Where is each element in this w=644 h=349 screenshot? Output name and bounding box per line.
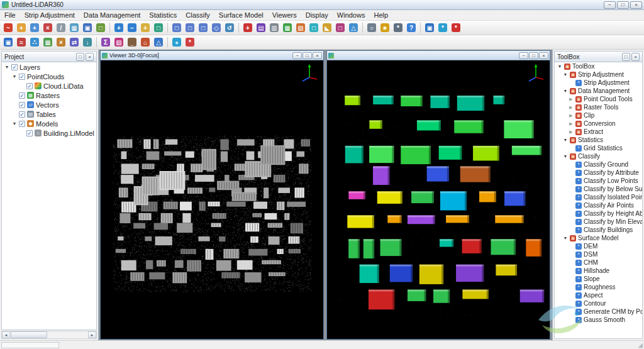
toolbox-item-slope[interactable]: *Slope: [555, 275, 642, 283]
checkbox-checked-icon[interactable]: ✓: [26, 83, 33, 89]
toolbox-item-classify-low-points[interactable]: *Classify Low Points: [555, 177, 642, 185]
expander-closed-icon[interactable]: ▶: [569, 105, 574, 110]
viewer-2-restore-button[interactable]: □: [529, 52, 538, 59]
menu-item-statistics[interactable]: Statistics: [145, 10, 181, 21]
zoom-extent-icon[interactable]: □: [152, 21, 165, 34]
project-item-cloud-lidata[interactable]: ✓∴Cloud.LiData: [2, 81, 96, 91]
convert-icon[interactable]: ⇄: [68, 36, 80, 48]
toolbox-item-toolbox[interactable]: ▼▣ToolBox: [555, 62, 642, 70]
toolbox-item-roughness[interactable]: *Roughness: [555, 283, 642, 291]
menu-item-viewers[interactable]: Viewers: [268, 10, 301, 21]
project-panel-header[interactable]: Project □ ×: [1, 51, 97, 62]
toolbox-item-surface-model[interactable]: ▼▣Surface Model: [555, 234, 642, 242]
expander-open-icon[interactable]: ▼: [12, 121, 17, 126]
profile-plot-icon[interactable]: ~: [2, 21, 14, 34]
checkbox-checked-icon[interactable]: ✓: [19, 121, 25, 127]
add-layer-icon[interactable]: +: [28, 21, 41, 34]
scroll-right-arrow-icon[interactable]: ►: [88, 331, 96, 338]
grid-icon[interactable]: ▦: [68, 21, 80, 34]
extract-icon[interactable]: ↓: [81, 36, 94, 48]
viewer-1-restore-button[interactable]: □: [303, 52, 312, 59]
toolbox-item-contour[interactable]: *Contour: [555, 299, 642, 307]
strip-adjust-icon[interactable]: ≈: [15, 36, 28, 48]
project-item-layers[interactable]: ▼✓Layers: [2, 62, 96, 72]
expander-open-icon[interactable]: ▼: [12, 74, 17, 79]
viewer-2-minimize-button[interactable]: −: [519, 52, 528, 59]
menu-item-surface-model[interactable]: Surface Model: [214, 10, 268, 21]
project-close-button[interactable]: ×: [86, 53, 94, 61]
menu-item-help[interactable]: Help: [369, 10, 392, 21]
surface-model-icon[interactable]: △: [152, 36, 165, 48]
color-by-rgb-icon[interactable]: ▧: [294, 21, 307, 34]
project-item-building-limodel[interactable]: ✓⌂Building.LiModel: [2, 128, 96, 138]
viewer-3d-canvas-2[interactable]: [327, 60, 550, 339]
menu-item-classify[interactable]: Classify: [181, 10, 214, 21]
toolbox-item-classify-by-attribute[interactable]: *Classify by Attribute: [555, 169, 642, 177]
scrollbar-thumb[interactable]: [11, 331, 47, 338]
menu-item-file[interactable]: File: [0, 10, 20, 21]
view-top-icon[interactable]: □: [170, 21, 183, 34]
menu-item-data-management[interactable]: Data Management: [79, 10, 145, 21]
project-float-button[interactable]: □: [76, 53, 84, 61]
viewer-1-close-button[interactable]: ×: [313, 52, 322, 59]
minimize-button[interactable]: −: [604, 1, 616, 9]
triangle-tool-icon[interactable]: ◣: [321, 21, 333, 34]
search-icon[interactable]: ○: [365, 21, 378, 34]
toolbox-panel-header[interactable]: ToolBox □ ×: [554, 51, 643, 62]
capture-icon[interactable]: □: [94, 21, 107, 34]
toolbox-item-extract[interactable]: ▶▣Extract: [555, 128, 642, 136]
profile-tool-icon[interactable]: □: [334, 21, 347, 34]
expander-closed-icon[interactable]: ▶: [569, 113, 574, 118]
expander-open-icon[interactable]: ▼: [563, 236, 568, 240]
checkbox-checked-icon[interactable]: ✓: [19, 74, 25, 80]
checkbox-checked-icon[interactable]: ✓: [19, 102, 25, 108]
toolbox-item-gauss-smooth[interactable]: *Gauss Smooth: [555, 316, 642, 324]
expander-closed-icon[interactable]: ▶: [569, 97, 574, 102]
project-item-rasters[interactable]: ✓▦Rasters: [2, 91, 96, 100]
viewer-2-titlebar[interactable]: − □ ×: [327, 51, 550, 60]
toolbox-item-dem[interactable]: *DEM: [555, 242, 642, 250]
toolbox-close-button[interactable]: ×: [631, 53, 640, 61]
toolbox-item-strip-adjustment[interactable]: ▼▣Strip Adjustment: [555, 70, 642, 79]
toolbox-item-raster-tools[interactable]: ▶▣Raster Tools: [555, 103, 642, 111]
project-item-vectors[interactable]: ✓▱Vectors: [2, 100, 96, 109]
project-item-models[interactable]: ▼✓◆Models: [2, 119, 96, 128]
close-button[interactable]: ×: [630, 1, 642, 9]
checkbox-checked-icon[interactable]: ✓: [19, 111, 25, 118]
checkbox-checked-icon[interactable]: ✓: [26, 130, 33, 136]
menu-item-windows[interactable]: Windows: [333, 10, 370, 21]
checkbox-checked-icon[interactable]: ✓: [11, 64, 18, 70]
toolbox-item-classify-by-below-surface[interactable]: *Classify by Below Surface: [555, 185, 642, 193]
ground-icon[interactable]: _: [126, 36, 138, 48]
toolbox-item-aspect[interactable]: *Aspect: [555, 291, 642, 299]
toolbox-float-button[interactable]: □: [622, 53, 630, 61]
view-front-icon[interactable]: □: [184, 21, 196, 34]
classify-icon[interactable]: ▧: [113, 36, 125, 48]
help-icon[interactable]: ?: [405, 21, 418, 34]
expander-open-icon[interactable]: ▼: [4, 65, 9, 69]
toolbox-item-hillshade[interactable]: *Hillshade: [555, 267, 642, 275]
select-tool-icon[interactable]: △: [347, 21, 360, 34]
toolbox-item-conversion[interactable]: ▶▣Conversion: [555, 119, 642, 128]
remove-layer-icon[interactable]: ×: [42, 21, 54, 34]
expander-open-icon[interactable]: ▼: [557, 64, 562, 69]
expander-open-icon[interactable]: ▼: [563, 154, 568, 158]
expander-closed-icon[interactable]: ▶: [569, 130, 574, 135]
toolbox-item-chm[interactable]: *CHM: [555, 258, 642, 267]
view-side-icon[interactable]: □: [197, 21, 209, 34]
snowflake-icon[interactable]: *: [436, 21, 449, 34]
expander-open-icon[interactable]: ▼: [563, 138, 568, 142]
expander-open-icon[interactable]: ▼: [563, 89, 568, 93]
resize-grip-icon[interactable]: ◢: [638, 342, 643, 348]
clip-icon[interactable]: ×: [55, 36, 67, 48]
raster-tools-icon[interactable]: ▦: [42, 36, 54, 48]
maximize-button[interactable]: □: [617, 1, 629, 9]
expander-open-icon[interactable]: ▼: [563, 72, 568, 77]
toolbox-item-strip-adjustment[interactable]: *Strip Adjustment: [555, 79, 642, 87]
toolbox-item-classify-by-height-above-gro[interactable]: *Classify by Height Above Gro...: [555, 209, 642, 218]
favorites-icon[interactable]: ★: [379, 21, 391, 34]
point-cloud-tools-icon[interactable]: ∴: [28, 36, 41, 48]
open-data-icon[interactable]: +: [15, 21, 28, 34]
zoom-out-icon[interactable]: −: [126, 21, 138, 34]
toolbox-item-classify-isolated-points[interactable]: *Classify Isolated Points: [555, 193, 642, 201]
